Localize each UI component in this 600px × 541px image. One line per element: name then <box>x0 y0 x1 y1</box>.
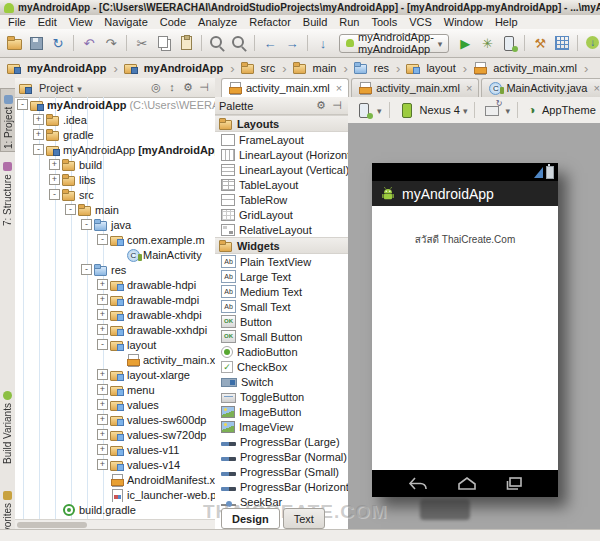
palette-item[interactable]: TableLayout <box>215 177 348 192</box>
palette-item[interactable]: Button <box>215 314 348 329</box>
menu-item[interactable]: View <box>63 16 99 28</box>
tree-toggle[interactable]: + <box>97 444 108 455</box>
tree-toggle[interactable]: - <box>81 264 92 275</box>
palette-item[interactable]: Small Text <box>215 299 348 314</box>
tree-row[interactable]: + values-v14 <box>15 457 215 472</box>
tab-activity-main-design[interactable]: activity_main.xml <box>221 78 349 97</box>
forward-icon[interactable]: → <box>282 34 302 52</box>
crumb-main[interactable]: main <box>292 61 353 76</box>
theme-dropdown[interactable]: AppTheme <box>525 101 596 119</box>
palette-item[interactable]: Plain TextView <box>215 254 348 269</box>
palette-item[interactable]: ProgressBar (Horizontal) <box>215 479 348 494</box>
tree-row[interactable]: + drawable-xxhdpi <box>15 322 215 337</box>
menu-item[interactable]: Analyze <box>192 16 243 28</box>
palette-item[interactable]: GridLayout <box>215 207 348 222</box>
tree-toggle[interactable]: + <box>97 384 108 395</box>
tree-toggle[interactable]: + <box>97 459 108 470</box>
project-structure-icon[interactable] <box>552 34 572 52</box>
history-icon[interactable]: ↓ <box>313 34 333 52</box>
tree-row[interactable]: + .idea <box>15 112 215 127</box>
tree-row[interactable]: - layout <box>15 337 215 352</box>
redo-icon[interactable]: ↷ <box>101 34 121 52</box>
menu-item[interactable]: Help <box>489 16 524 28</box>
palette-item[interactable]: LinearLayout (Vertical) <box>215 162 348 177</box>
tree-row[interactable]: - myAndroidApp (C:\Users\WEERACHAI\Andro… <box>15 97 215 112</box>
tool-button-favorites[interactable]: Favorites <box>0 498 15 530</box>
tree-toggle[interactable]: + <box>33 129 44 140</box>
tree-row[interactable]: build.gradle <box>15 502 215 517</box>
tree-toggle[interactable] <box>49 504 60 515</box>
tree-toggle[interactable]: - <box>97 339 108 350</box>
close-icon[interactable] <box>591 82 599 94</box>
palette-item[interactable]: Medium Text <box>215 284 348 299</box>
avd-manager-icon[interactable]: ⚒ <box>530 34 550 52</box>
tree-toggle[interactable]: - <box>81 219 92 230</box>
separator[interactable] <box>524 35 525 51</box>
debug-icon[interactable]: ✳ <box>477 34 497 52</box>
tree-row[interactable]: + drawable-mdpi <box>15 292 215 307</box>
crumb-file[interactable]: activity_main.xml <box>472 61 593 76</box>
palette-item[interactable]: RelativeLayout <box>215 222 348 237</box>
tree-row[interactable]: + drawable-xhdpi <box>15 307 215 322</box>
sdk-manager-icon[interactable] <box>583 34 600 52</box>
palette-item[interactable]: ImageView <box>215 419 348 434</box>
tree-toggle[interactable]: - <box>49 189 60 200</box>
sync-icon[interactable]: ↻ <box>48 34 68 52</box>
tree-row[interactable]: + libs <box>15 172 215 187</box>
crumb-module[interactable]: myAndroidApp <box>123 61 240 76</box>
palette-item[interactable]: ProgressBar (Normal) <box>215 449 348 464</box>
tree-row[interactable]: - res <box>15 262 215 277</box>
separator[interactable] <box>73 35 74 51</box>
tab-activity-main[interactable]: activity_main.xml <box>351 78 479 97</box>
tree-row[interactable]: + drawable-hdpi <box>15 277 215 292</box>
tree-toggle[interactable]: + <box>97 414 108 425</box>
tree-row[interactable]: - com.example.m <box>15 232 215 247</box>
tree-toggle[interactable]: + <box>97 369 108 380</box>
menu-item[interactable]: Tools <box>365 16 403 28</box>
tree-row[interactable]: - java <box>15 217 215 232</box>
palette-item[interactable]: Small Button <box>215 329 348 344</box>
tree-toggle[interactable]: + <box>97 279 108 290</box>
crumb-src[interactable]: src <box>240 61 292 76</box>
palette-item[interactable]: Widgets <box>215 237 348 254</box>
menu-item[interactable]: File <box>2 16 32 28</box>
tree-row[interactable]: - myAndroidApp [myAndroidApp] <box>15 142 215 157</box>
menu-item[interactable]: Refactor <box>243 16 297 28</box>
scrollbar-thumb[interactable] <box>17 522 87 528</box>
run-icon[interactable]: ▶ <box>455 34 475 52</box>
tree-row[interactable]: - src <box>15 187 215 202</box>
crumb-layout[interactable]: layout <box>405 61 472 76</box>
tab-design[interactable]: Design <box>221 508 280 529</box>
hide-panel-icon[interactable]: ⊣ <box>197 81 211 94</box>
tab-text[interactable]: Text <box>283 508 325 529</box>
tree-toggle[interactable]: + <box>97 324 108 335</box>
tree-toggle[interactable]: + <box>33 114 44 125</box>
tree-row[interactable]: AndroidManifest.xml <box>15 472 215 487</box>
tree-row[interactable]: + values <box>15 397 215 412</box>
crumb-res[interactable]: res <box>353 61 406 76</box>
tree-row[interactable]: + values-sw720dp <box>15 427 215 442</box>
tree-row[interactable]: + values-sw600dp <box>15 412 215 427</box>
crumb-project[interactable]: myAndroidApp <box>6 61 123 76</box>
separator[interactable] <box>201 35 202 51</box>
separator[interactable] <box>307 35 308 51</box>
palette-item[interactable]: Large Text <box>215 269 348 284</box>
tab-main-activity[interactable]: MainActivity.java <box>481 78 600 97</box>
close-icon[interactable] <box>464 82 472 94</box>
tree-toggle[interactable]: + <box>97 399 108 410</box>
menu-item[interactable]: Build <box>297 16 333 28</box>
tree-toggle[interactable] <box>113 249 124 260</box>
tree-toggle[interactable]: + <box>97 294 108 305</box>
palette-item[interactable]: ProgressBar (Large) <box>215 434 348 449</box>
copy-icon[interactable] <box>154 34 174 52</box>
menu-item[interactable]: Run <box>333 16 365 28</box>
palette-item[interactable]: ProgressBar (Small) <box>215 464 348 479</box>
search-icon[interactable] <box>207 34 227 52</box>
tree-toggle[interactable]: - <box>65 204 76 215</box>
tree-toggle[interactable]: - <box>17 99 28 110</box>
design-canvas[interactable]: myAndroidApp สวัสดี ThaiCreate.Com <box>348 123 600 530</box>
tree-row[interactable]: + build <box>15 157 215 172</box>
tree-row[interactable]: + layout-xlarge <box>15 367 215 382</box>
tree-toggle[interactable]: - <box>97 234 108 245</box>
tree-row[interactable]: + values-v11 <box>15 442 215 457</box>
